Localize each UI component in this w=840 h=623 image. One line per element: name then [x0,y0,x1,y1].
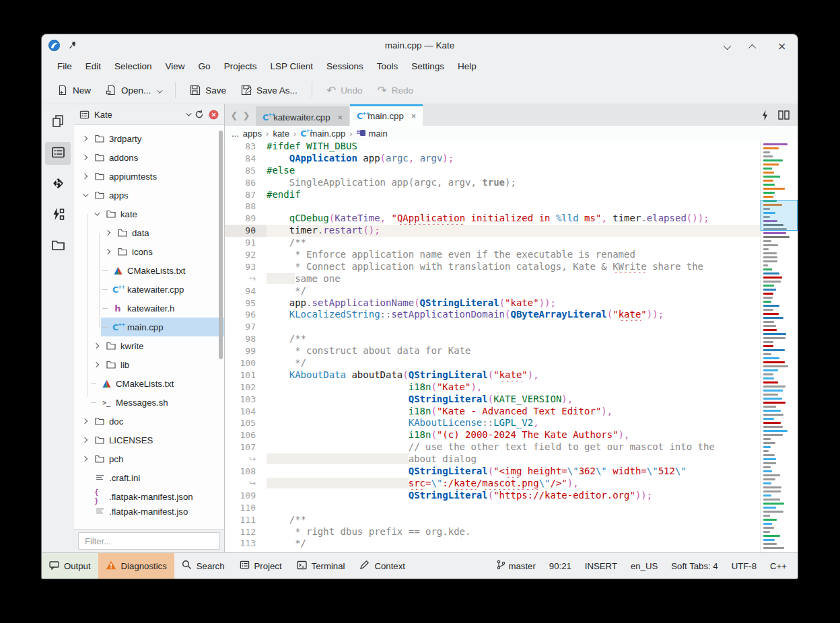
breadcrumb-item[interactable]: Cmain.cpp [300,129,345,139]
quick-open-bolt-icon[interactable] [761,110,769,120]
statusbar-insert[interactable]: INSERT [585,561,617,571]
close-button[interactable]: × [777,40,787,50]
tab-close-icon[interactable]: × [411,111,417,121]
tree-item[interactable]: CMakeLists.txt [74,261,224,280]
statusbar-90-21[interactable]: 90:21 [549,561,571,571]
code-text: * Enforce application name even if the e… [267,249,760,261]
undo-button[interactable]: ↶ Undo [320,81,369,100]
tree-item[interactable]: 3rdparty [74,129,224,148]
breadcrumb-item[interactable]: kate [273,129,289,139]
menu-item-help[interactable]: Help [452,59,483,74]
tree-item[interactable]: Ckatewaiter.cpp [74,280,224,299]
menu-item-view[interactable]: View [160,59,191,74]
dock-item-git[interactable] [45,173,71,196]
tree-item[interactable]: .flatpak-manifest.jso [74,506,224,517]
expander-collapsed-icon[interactable] [79,155,90,159]
expander-collapsed-icon[interactable] [79,137,90,141]
project-reload-icon[interactable] [195,110,204,119]
tree-item[interactable]: pch [74,449,224,468]
statusbar-search-button[interactable]: Search [174,553,232,579]
tree-item[interactable]: appiumtests [74,167,224,186]
menu-item-selection[interactable]: Selection [108,59,158,74]
statusbar-project-button[interactable]: Project [232,553,289,579]
split-view-icon[interactable] [778,110,790,120]
tab-main-cpp[interactable]: Cmain.cpp× [350,104,423,126]
breadcrumb-item[interactable]: apps [243,129,262,139]
tab-katewaiter-cpp[interactable]: Ckatewaiter.cpp× [256,106,349,126]
menu-item-lsp-client[interactable]: LSP Client [264,59,319,74]
dock-item-documents[interactable] [45,111,71,134]
project-name: Kate [94,110,112,120]
menu-item-edit[interactable]: Edit [79,59,107,74]
menu-item-tools[interactable]: Tools [371,59,405,74]
expander-collapsed-icon[interactable] [102,231,113,235]
minimap-bar [763,357,779,359]
tree-item[interactable]: data [74,223,224,242]
tree-item[interactable]: CMakeLists.txt [74,374,224,393]
tab-close-icon[interactable]: × [338,112,343,122]
minimap-scrollbar[interactable] [760,141,798,552]
tree-item[interactable]: LICENSES [74,431,224,449]
tree-item[interactable]: >_Messages.sh [74,393,224,412]
tab-back-icon[interactable]: ❮ [229,110,240,120]
tree-item[interactable]: lib [74,355,224,374]
breadcrumb-item[interactable]: ... [232,129,239,139]
expander-expanded-icon[interactable] [79,193,90,197]
expander-collapsed-icon[interactable] [91,363,102,367]
statusbar-diagnostics-button[interactable]: Diagnostics [98,553,174,579]
statusbar-utf-8[interactable]: UTF-8 [732,561,757,571]
open-dropdown-chevron-icon[interactable] [157,85,161,96]
minimap-bar [763,519,777,521]
breadcrumb-item[interactable]: main [357,129,388,139]
expander-collapsed-icon[interactable] [91,344,102,348]
dock-item-project-list[interactable] [45,142,71,165]
tree-scrollbar-thumb[interactable] [219,131,223,359]
menu-item-sessions[interactable]: Sessions [320,59,370,74]
code-area[interactable]: 83#ifdef WITH_DBUS84 QApplication app(ar… [225,141,760,552]
expander-expanded-icon[interactable] [91,212,102,216]
menu-item-go[interactable]: Go [193,59,217,74]
tree-item[interactable]: Cmain.cpp [74,318,224,336]
tree-item[interactable]: hkatewaiter.h [74,299,224,318]
tree-item[interactable]: addons [74,148,224,167]
save-as-button[interactable]: Save As... [235,81,304,100]
statusbar-output-button[interactable]: Output [42,553,98,579]
tree-item[interactable]: { }.flatpak-manifest.json [74,487,224,506]
expander-collapsed-icon[interactable] [79,419,90,423]
statusbar-master[interactable]: master [496,560,536,572]
tab-forward-icon[interactable]: ❯ [241,110,252,120]
menu-item-file[interactable]: File [51,59,78,74]
statusbar-soft-tabs-4[interactable]: Soft Tabs: 4 [671,561,718,571]
expander-collapsed-icon[interactable] [79,438,90,442]
expander-collapsed-icon[interactable] [79,457,90,461]
tree-item[interactable]: apps [74,186,224,205]
menu-item-settings[interactable]: Settings [405,59,450,74]
statusbar-en-us[interactable]: en_US [631,561,658,571]
tree-item[interactable]: .craft.ini [74,468,224,487]
filter-input[interactable] [78,532,220,550]
open-button[interactable]: Open... [100,81,167,100]
tree-item-label: data [132,228,149,238]
redo-button[interactable]: ↷ Redo [371,81,419,100]
statusbar-terminal-button[interactable]: Terminal [289,553,353,579]
dock-item-filesystem-folder[interactable] [45,235,71,258]
maximize-button[interactable] [750,40,760,50]
minimize-button[interactable] [724,40,733,50]
expander-collapsed-icon[interactable] [79,174,90,178]
menu-item-projects[interactable]: Projects [218,59,263,74]
titlebar[interactable]: main.cpp — Kate × [42,34,798,56]
tree-item[interactable]: kwrite [74,336,224,355]
statusbar-c-[interactable]: C++ [770,561,787,571]
dock-item-tool-connections[interactable] [45,204,71,227]
save-button[interactable]: Save [184,81,232,100]
code-line: 84 QApplication app(argc, argv); [225,153,760,165]
project-close-icon[interactable] [209,110,219,120]
new-button[interactable]: New [51,81,97,100]
minimap-viewport[interactable] [761,200,798,231]
project-selector-chevron-icon[interactable] [186,112,190,116]
tree-item[interactable]: icons [74,242,224,261]
expander-collapsed-icon[interactable] [102,250,113,254]
tree-item[interactable]: doc [74,412,224,431]
tree-item[interactable]: kate [74,205,224,223]
statusbar-context-button[interactable]: Context [352,553,412,579]
